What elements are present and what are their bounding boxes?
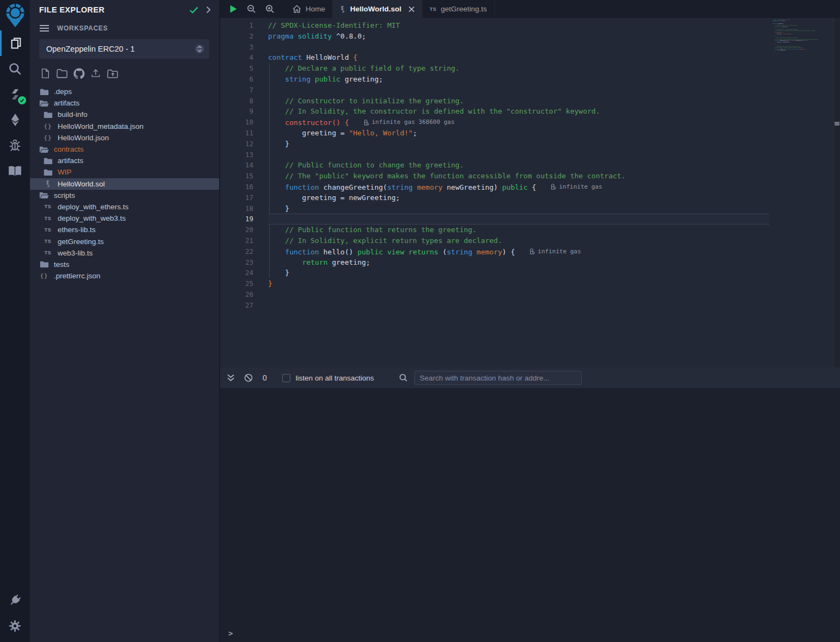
code-line[interactable]: function hello() public view returns (st… <box>268 246 769 257</box>
run-script-play-icon[interactable] <box>229 4 238 14</box>
line-number[interactable]: 24 <box>220 267 268 278</box>
tab-helloworld-sol[interactable]: HelloWorld.sol <box>333 0 422 18</box>
tree-item[interactable]: artifacts <box>30 155 219 166</box>
code-line[interactable]: // SPDX-License-Identifier: MIT <box>268 20 769 31</box>
tree-item[interactable]: {}.prettierrc.json <box>30 270 219 282</box>
line-number[interactable]: 26 <box>220 289 268 300</box>
code-line[interactable]: greeting = newGreeting; <box>268 192 769 203</box>
tree-item[interactable]: tests <box>30 259 219 270</box>
line-number[interactable]: 9 <box>220 106 268 117</box>
line-number[interactable]: 4 <box>220 52 268 63</box>
rail-file-explorer[interactable] <box>0 30 30 56</box>
line-number[interactable]: 11 <box>220 128 268 139</box>
code-line[interactable]: greeting = "Hello, World!"; <box>268 128 769 139</box>
tree-item[interactable]: TSweb3-lib.ts <box>30 247 219 259</box>
tree-item[interactable]: TSdeploy_with_ethers.ts <box>30 201 219 213</box>
code-line[interactable]: } <box>268 278 769 289</box>
publish-workspace-icon[interactable] <box>90 67 102 79</box>
line-number[interactable]: 14 <box>220 160 268 171</box>
hamburger-menu-icon[interactable] <box>39 24 49 32</box>
code-line[interactable] <box>268 214 769 225</box>
code-line[interactable]: constructor() {infinite gas 368600 gas <box>268 117 769 128</box>
workspace-select[interactable]: OpenZeppelin ERC20 - 1 <box>39 39 209 59</box>
line-number[interactable]: 17 <box>220 192 268 203</box>
rail-solidity-compiler[interactable] <box>0 82 30 107</box>
new-folder-icon[interactable] <box>56 67 68 79</box>
tab-home[interactable]: Home <box>285 0 333 18</box>
code-line[interactable]: // Public function that returns the gree… <box>268 225 769 235</box>
clear-console-icon[interactable] <box>244 373 253 382</box>
line-number[interactable]: 8 <box>220 96 268 107</box>
line-number[interactable]: 6 <box>220 74 268 85</box>
code-line[interactable] <box>268 85 769 96</box>
code-line[interactable] <box>268 149 769 160</box>
line-number[interactable]: 10 <box>220 117 268 128</box>
line-number[interactable]: 13 <box>220 149 268 160</box>
code-line[interactable]: } <box>268 203 769 214</box>
zoom-in-icon[interactable] <box>265 4 275 14</box>
line-number[interactable]: 2 <box>220 31 268 42</box>
rail-learneth[interactable] <box>0 158 30 184</box>
tree-item[interactable]: scripts <box>30 190 219 201</box>
collapse-terminal-icon[interactable] <box>227 374 235 382</box>
line-number[interactable]: 23 <box>220 257 268 268</box>
line-number[interactable]: 7 <box>220 85 268 96</box>
code-editor[interactable]: 1234567891011121314151617181920212223242… <box>220 18 840 367</box>
listen-transactions-checkbox[interactable] <box>282 374 290 382</box>
code-line[interactable]: } <box>268 139 769 149</box>
tree-item[interactable]: build-info <box>30 109 219 120</box>
terminal-search-input[interactable] <box>414 371 582 385</box>
tree-item[interactable]: HelloWorld.sol <box>30 178 219 190</box>
code-line[interactable]: // In Solidity, the constructor is defin… <box>268 106 769 117</box>
code-line[interactable]: // The "public" keyword makes the functi… <box>268 171 769 182</box>
tree-item[interactable]: TSethers-lib.ts <box>30 224 219 235</box>
scrollbar-handle[interactable] <box>835 122 839 126</box>
collapse-panel-chevron-icon[interactable] <box>206 6 211 14</box>
line-number[interactable]: 12 <box>220 139 268 149</box>
close-tab-icon[interactable] <box>408 6 415 13</box>
tree-item[interactable]: TSdeploy_with_web3.ts <box>30 213 219 224</box>
line-number[interactable]: 27 <box>220 300 268 311</box>
load-local-folder-icon[interactable] <box>107 67 119 79</box>
zoom-out-icon[interactable] <box>247 4 256 14</box>
rail-plugin-manager[interactable] <box>0 588 30 613</box>
tree-item[interactable]: artifacts <box>30 97 219 109</box>
code-line[interactable]: function changeGreeting(string memory ne… <box>268 182 769 192</box>
line-number[interactable]: 22 <box>220 246 268 257</box>
line-number[interactable]: 18 <box>220 203 268 214</box>
code-line[interactable] <box>268 300 769 311</box>
code-line[interactable] <box>773 55 827 57</box>
clone-github-icon[interactable] <box>73 67 85 79</box>
tab-getgreeting-ts[interactable]: TS getGreeting.ts <box>422 0 494 18</box>
code-line[interactable]: // In Solidity, explicit return types ar… <box>268 235 769 246</box>
line-number[interactable]: 15 <box>220 171 268 182</box>
minimap[interactable]: // SPDX-License-Identifier: MITpragma so… <box>773 19 830 61</box>
code-line[interactable]: // Public function to change the greetin… <box>268 160 769 171</box>
line-number[interactable]: 5 <box>220 63 268 74</box>
code-line[interactable] <box>268 42 769 53</box>
code-line[interactable]: return greeting; <box>268 257 769 268</box>
new-file-icon[interactable] <box>39 67 51 79</box>
tree-item[interactable]: {}HelloWorld_metadata.json <box>30 121 219 132</box>
rail-debugger[interactable] <box>0 133 30 158</box>
tree-item[interactable]: .deps <box>30 86 219 97</box>
line-number[interactable]: 19 <box>220 214 268 225</box>
rail-settings[interactable] <box>0 613 30 639</box>
code-area[interactable]: // SPDX-License-Identifier: MITpragma so… <box>268 18 769 367</box>
tree-item[interactable]: contracts <box>30 144 219 155</box>
tree-item[interactable]: {}HelloWorld.json <box>30 132 219 144</box>
line-number[interactable]: 25 <box>220 278 268 289</box>
rail-deploy-run[interactable] <box>0 107 30 133</box>
tree-item[interactable]: TSgetGreeting.ts <box>30 235 219 247</box>
code-line[interactable]: } <box>268 267 769 278</box>
rail-search[interactable] <box>0 56 30 82</box>
code-line[interactable]: // Constructor to initialize the greetin… <box>268 96 769 107</box>
line-number[interactable]: 3 <box>220 42 268 53</box>
editor-scrollbar[interactable] <box>833 18 840 367</box>
line-number[interactable]: 1 <box>220 20 268 31</box>
code-line[interactable]: // Declare a public field of type string… <box>268 63 769 74</box>
code-line[interactable]: contract HelloWorld { <box>268 52 769 63</box>
line-number[interactable]: 16 <box>220 182 268 192</box>
tree-item[interactable]: WIP <box>30 166 219 178</box>
terminal-output[interactable]: > <box>220 388 840 642</box>
